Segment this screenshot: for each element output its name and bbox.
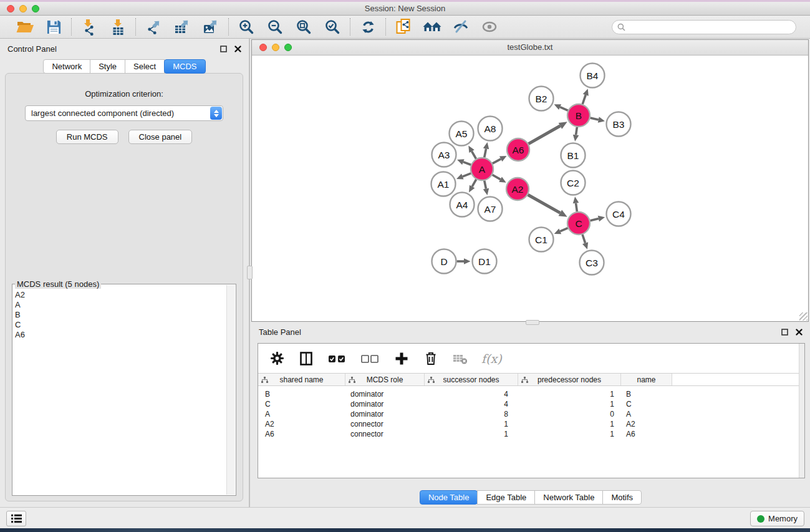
graph-node-B4[interactable]: B4 [581,64,605,88]
column-view-icon[interactable] [298,351,314,367]
task-history-button[interactable] [6,511,26,526]
graph-edge-B-B4[interactable] [582,95,586,104]
table-row-a[interactable]: Adominator80A [258,409,804,419]
search-box[interactable] [612,20,796,34]
graph-node-C4[interactable]: C4 [607,202,631,226]
column-header-name[interactable]: name [621,374,672,385]
graph-edge-A-A7[interactable] [485,181,486,189]
table-row-c[interactable]: Cdominator41C [258,399,804,409]
horizontal-splitter-grip[interactable] [526,320,539,325]
import-network-icon[interactable] [80,17,99,36]
graph-edge-C-C4[interactable] [590,219,598,221]
function-builder-icon[interactable]: f(x) [481,352,502,365]
graph-edge-A6-B[interactable] [529,126,561,144]
graph-node-B[interactable]: B [567,104,590,127]
mcds-result-item[interactable]: C [15,320,224,330]
home-layout-icon[interactable] [423,17,441,36]
settings-gear-icon[interactable] [269,351,285,367]
graph-node-C1[interactable]: C1 [529,228,554,252]
clone-network-icon[interactable] [394,17,413,36]
graph-node-D1[interactable]: D1 [473,249,497,274]
save-session-icon[interactable] [44,17,63,36]
mcds-result-item[interactable]: A6 [15,330,224,340]
graph-edge-A-A6[interactable] [493,159,501,163]
minimize-window-button[interactable] [19,5,27,12]
refresh-view-icon[interactable] [359,17,377,36]
export-network-icon[interactable] [144,17,163,36]
graph-node-B3[interactable]: B3 [607,112,631,137]
graph-node-A2[interactable]: A2 [506,178,529,200]
tab-select[interactable]: Select [125,59,165,74]
zoom-selected-icon[interactable] [323,17,342,36]
column-header-mcds-role[interactable]: MCDS role [345,374,425,385]
mcds-result-item[interactable]: A [15,300,224,310]
show-all-icon[interactable] [480,17,499,36]
float-table-panel-icon[interactable] [781,329,788,336]
table-row-a2[interactable]: A2connector11A2 [258,419,804,429]
graph-node-A[interactable]: A [471,158,493,180]
memory-button[interactable]: Memory [750,511,804,526]
graph-edge-A-A8[interactable] [485,148,486,157]
graph-edge-B-B2[interactable] [560,107,568,111]
import-table-icon[interactable] [108,17,127,36]
graph-node-C2[interactable]: C2 [561,171,586,195]
network-close-button[interactable] [259,44,267,51]
graph-node-A4[interactable]: A4 [450,193,475,217]
column-header-shared-name[interactable]: shared name [258,374,345,385]
table-row-a6[interactable]: A6connector11A6 [258,429,804,439]
network-canvas[interactable]: B4B2BB3A5A8A6B1A3AC2A1A2A4A7C4CC1C3DD1 [252,56,808,321]
network-window-titlebar[interactable]: testGlobe.txt [252,40,808,56]
network-minimize-button[interactable] [272,44,279,51]
graph-node-C[interactable]: C [567,212,590,235]
column-header-successor-nodes[interactable]: successor nodes [425,374,518,385]
column-header-predecessor-nodes[interactable]: predecessor nodes [518,374,621,385]
graph-edge-C-C3[interactable] [582,235,586,243]
zoom-in-icon[interactable] [237,17,256,36]
graph-edge-A-A1[interactable] [463,173,471,177]
graph-edge-C-C2[interactable] [576,203,577,211]
optimization-select[interactable]: largest connected component (directed) [25,105,223,121]
tab-node-table[interactable]: Node Table [420,490,478,505]
float-panel-icon[interactable] [220,46,227,52]
close-panel-icon[interactable] [234,46,241,52]
mcds-result-item[interactable]: A2 [15,290,224,300]
open-session-icon[interactable] [16,17,34,36]
graph-node-A1[interactable]: A1 [432,172,456,196]
graph-node-A5[interactable]: A5 [450,122,474,146]
tab-motifs[interactable]: Motifs [602,490,642,505]
graph-node-A8[interactable]: A8 [478,117,503,141]
graph-edge-A2-C[interactable] [528,195,561,213]
export-image-icon[interactable] [201,17,220,36]
graph-edge-A-A3[interactable] [463,162,471,165]
graph-edge-C-C1[interactable] [560,228,567,231]
table-scrollbar[interactable] [799,344,804,478]
deselect-all-checkboxes-icon[interactable] [360,351,380,367]
select-all-checkboxes-icon[interactable] [327,351,347,367]
network-zoom-button[interactable] [284,44,292,51]
graph-node-B1[interactable]: B1 [561,143,586,168]
graph-node-D[interactable]: D [432,249,456,274]
add-column-icon[interactable] [393,351,410,367]
delete-column-icon[interactable] [423,351,439,367]
graph-edge-A-A4[interactable] [472,180,476,187]
graph-node-A7[interactable]: A7 [478,197,503,221]
run-mcds-button[interactable]: Run MCDS [56,130,118,144]
tab-edge-table[interactable]: Edge Table [477,490,535,505]
search-input[interactable] [629,22,791,32]
graph-node-C3[interactable]: C3 [580,251,604,275]
zoom-fit-icon[interactable] [294,17,313,36]
hide-selected-icon[interactable] [451,17,470,36]
tab-network[interactable]: Network [43,59,90,74]
graph-edge-B-B3[interactable] [591,118,599,120]
close-window-button[interactable] [7,5,14,12]
delete-table-icon[interactable] [452,351,468,367]
tab-style[interactable]: Style [90,59,125,74]
tab-network-table[interactable]: Network Table [534,490,603,505]
zoom-window-button[interactable] [32,5,39,12]
tab-mcds[interactable]: MCDS [164,59,205,74]
close-panel-button[interactable]: Close panel [128,130,193,144]
graph-node-A3[interactable]: A3 [432,143,456,167]
result-scrollbar[interactable] [226,285,235,495]
close-table-panel-icon[interactable] [796,329,803,336]
graph-node-B2[interactable]: B2 [529,87,554,111]
